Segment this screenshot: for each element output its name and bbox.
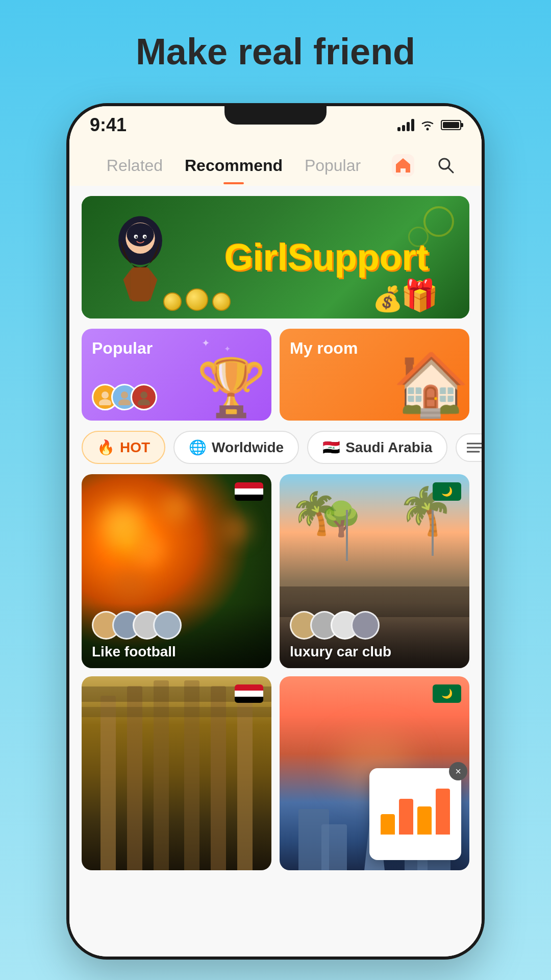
svg-line-3 [448,167,453,173]
nav-tabs: Related Recommend Popular [69,140,482,186]
status-time: 9:41 [90,114,127,136]
svg-rect-11 [131,267,150,302]
svg-point-16 [140,391,147,399]
room-avatar [153,611,182,640]
chart-bar-1 [381,814,395,835]
room-card-city[interactable]: 🌙 × [280,676,469,870]
filter-saudi[interactable]: 🇮🇶 Saudi Arabia [307,431,447,464]
popular-card[interactable]: Popular ✦ ✦ 🏆 [82,329,271,421]
svg-point-0 [427,128,429,131]
filter-hot[interactable]: 🔥 HOT [82,431,165,464]
chart-bars [375,789,455,840]
worldwide-label: Worldwide [212,439,284,456]
room-avatars-carclub [290,611,459,640]
room-info-football: Like football [82,603,271,668]
category-row: Popular ✦ ✦ 🏆 [82,329,469,421]
room-card-hall[interactable] [82,676,271,870]
signal-icon [397,119,414,131]
svg-point-13 [99,399,111,405]
svg-point-10 [144,236,146,238]
room-name-football: Like football [92,644,261,660]
saudi-label: Saudi Arabia [345,439,432,456]
saudi-flag-2: 🌙 [433,482,461,501]
room-card-carclub[interactable]: 🌴 🌴 🌳 🌙 luxury c [280,474,469,668]
filter-worldwide[interactable]: 🌐 Worldwide [173,431,299,464]
page-title: Make real friend [136,31,415,72]
popular-avatars [92,384,150,410]
popular-card-label: Popular [92,339,153,358]
hot-label: HOT [120,439,150,456]
tab-related[interactable]: Related [90,151,180,180]
saudi-flag-4: 🌙 [433,684,461,703]
room-avatars-football [92,611,261,640]
notch [224,106,327,125]
svg-point-12 [102,391,109,399]
avatar-3 [131,384,157,410]
tab-popular[interactable]: Popular [288,151,378,180]
myroom-card[interactable]: My room 🏠 [280,329,469,421]
banner-text: GirlSupport [224,236,429,278]
chart-bar-2 [399,799,413,835]
nav-action-icons [388,150,461,181]
room-avatar [351,611,380,640]
room-grid: Like football 🌴 🌴 🌳 🌙 [82,474,469,870]
globe-icon: 🌐 [189,439,207,456]
fire-icon: 🔥 [97,439,115,456]
svg-point-15 [118,399,131,405]
chart-bar-4 [436,789,450,835]
egypt-flag-1 [235,482,263,501]
iraq-flag-icon: 🇮🇶 [322,439,340,456]
app-content: Related Recommend Popular [69,140,482,957]
svg-point-9 [135,236,137,238]
house-icon: 🏠 [393,349,469,421]
banner[interactable]: 🎁 💰 GirlSupport [82,196,469,318]
hamburger-icon [467,442,483,454]
room-info-carclub: luxury car club [280,603,469,668]
chart-bar-3 [417,806,432,835]
home-button[interactable] [388,150,418,181]
status-icons [397,119,461,131]
search-button[interactable] [431,150,461,181]
battery-icon [441,120,461,130]
trophy-icon: 🏆 [196,355,266,421]
room-name-carclub: luxury car club [290,644,459,660]
filter-more[interactable] [456,433,485,462]
myroom-card-label: My room [290,339,358,358]
room-card-football[interactable]: Like football [82,474,271,668]
svg-point-14 [121,391,128,399]
phone-frame: 9:41 Related Recommend Popular [66,103,485,960]
svg-point-17 [138,399,150,405]
popup-close-button[interactable]: × [449,762,467,780]
wifi-icon [420,119,435,131]
stats-popup[interactable]: × [369,768,461,860]
tab-recommend[interactable]: Recommend [180,151,288,180]
filter-bar: 🔥 HOT 🌐 Worldwide 🇮🇶 Saudi Arabia [82,431,469,464]
egypt-flag-3 [235,684,263,703]
